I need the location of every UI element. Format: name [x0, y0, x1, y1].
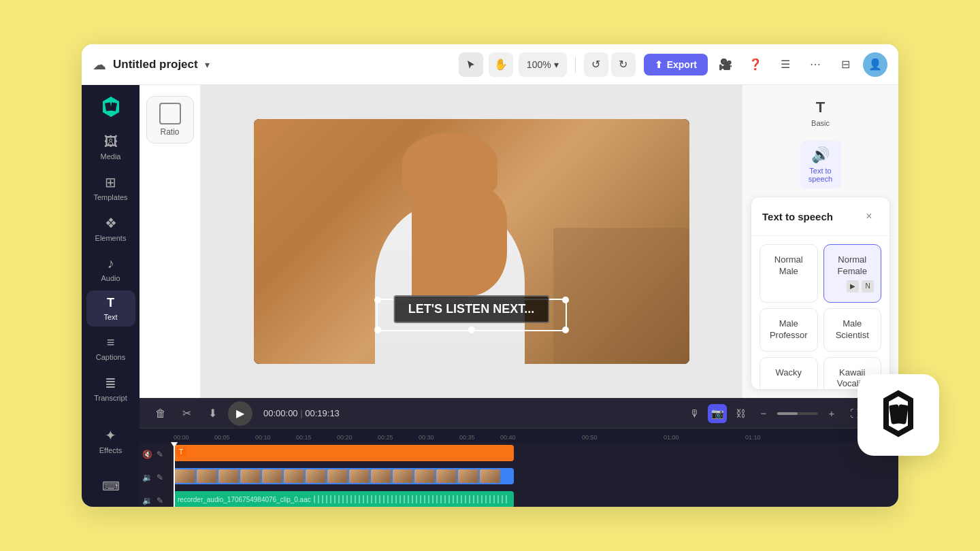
subtitle-track-badge: T [176, 448, 186, 456]
audio-track-label: recorder_audio_1706754984076_clip_0.aac [178, 496, 311, 503]
undo-redo-group: ↺ ↻ [584, 52, 636, 77]
total-time-value: 00:19:13 [305, 408, 340, 418]
text-label: Text [103, 313, 117, 321]
cloud-save-icon[interactable]: ☁ [93, 56, 106, 73]
effects-icon: ✦ [105, 427, 116, 444]
track-volume-btn[interactable]: 🔉 [142, 472, 152, 483]
playhead[interactable] [174, 444, 175, 507]
sidebar-item-captions[interactable]: ≡ Captions [86, 329, 135, 367]
selection-handle-bl[interactable] [374, 327, 381, 333]
timeline-controls: 🗑 ✂ ⬇ ▶ 00:00:00 | 00:19:13 🎙 📷 ⛓ − [140, 399, 898, 429]
timeline-camera-button[interactable]: 📷 [708, 404, 727, 423]
person-hair-right [412, 187, 507, 296]
project-dropdown-icon[interactable]: ▾ [205, 59, 210, 70]
voice-wacky-label: Wacky [767, 367, 811, 379]
redo-button[interactable]: ↻ [611, 52, 636, 77]
timeline-zoom-in-button[interactable]: + [822, 404, 841, 423]
zoom-level-button[interactable]: 100% ▾ [519, 52, 567, 77]
video-thumbnail-10 [371, 469, 391, 483]
pointer-tool-button[interactable] [459, 52, 483, 77]
video-preview-area: Ratio [140, 85, 898, 398]
sidebar-item-elements[interactable]: ❖ Elements [86, 210, 135, 248]
ruler-mark-9: 00:50 [582, 434, 598, 441]
timeline-mic-button[interactable]: 🎙 [685, 404, 704, 423]
screen-record-button[interactable]: 🎥 [713, 52, 738, 77]
video-thumbnail-3 [218, 469, 239, 483]
layers-button[interactable]: ☰ [773, 52, 798, 77]
track-lock-button[interactable]: ✎ [155, 449, 164, 460]
track-audio-volume-btn[interactable]: 🔉 [142, 495, 152, 506]
timeline-split-button[interactable]: ✂ [176, 403, 197, 424]
timeline-link-button[interactable]: ⛓ [731, 404, 750, 423]
tts-tool-label: Text to speech [803, 167, 838, 183]
elements-label: Elements [95, 234, 127, 242]
media-label: Media [101, 152, 121, 161]
voice-card-normal-male[interactable]: Normal Male [760, 244, 818, 303]
voice-card-wacky[interactable]: Wacky [760, 357, 818, 390]
tts-icon: 🔊 [811, 146, 830, 164]
video-subtitle: LET'S LISTEN NEXT... [393, 295, 549, 323]
timeline-zoom-slider[interactable] [777, 412, 818, 415]
video-thumbnail-14 [458, 469, 478, 483]
user-avatar[interactable]: 👤 [863, 52, 887, 77]
tts-close-button[interactable]: × [860, 207, 879, 226]
ruler-mark-4: 00:20 [337, 434, 353, 441]
track-row-subtitle: 🔇 ✎ T [140, 444, 898, 465]
basic-text-icon: T [816, 99, 825, 116]
timeline-play-button[interactable]: ▶ [228, 401, 252, 426]
sidebar-logo [97, 93, 125, 120]
sidebar-item-transcript[interactable]: ≣ Transcript [86, 369, 135, 407]
track-row-audio: 🔉 ✎ recorder_audio_1706754984076_clip_0.… [140, 490, 898, 507]
orange-subtitle-track[interactable]: T [174, 445, 514, 461]
templates-label: Templates [93, 193, 127, 201]
audio-icon: ♪ [108, 256, 114, 271]
layout-button[interactable]: ⊟ [833, 52, 858, 77]
sidebar-item-templates[interactable]: ⊞ Templates [86, 169, 135, 207]
zoom-slider-fill [777, 412, 798, 415]
timeline-delete-button[interactable]: 🗑 [150, 403, 171, 424]
ruler-mark-6: 00:30 [419, 434, 434, 441]
timeline-tracks-container: 00:00 00:05 00:10 00:15 00:20 00:25 00:3… [140, 429, 898, 507]
right-tool-tts[interactable]: 🔊 Text to speech [800, 141, 841, 188]
selection-handle-bm[interactable] [468, 327, 475, 333]
voice-card-male-scientist[interactable]: Male Scientist [823, 308, 882, 352]
track-mute-button[interactable]: 🔇 [142, 449, 152, 460]
sidebar: 🖼 Media ⊞ Templates ❖ Elements ♪ Audio T… [82, 85, 140, 507]
sidebar-item-audio[interactable]: ♪ Audio [86, 250, 135, 288]
track-content-subtitle: T [167, 445, 898, 464]
track-audio-edit-btn[interactable]: ✎ [155, 495, 164, 506]
current-time-value: 00:00:00 [263, 408, 298, 418]
ruler-mark-11: 01:10 [745, 434, 761, 441]
header-divider [575, 56, 576, 73]
captions-label: Captions [96, 353, 125, 361]
selection-handle-tr[interactable] [562, 297, 569, 303]
voice-card-male-professor[interactable]: Male Professor [760, 308, 818, 352]
video-track[interactable] [174, 468, 514, 484]
timeline-zoom-out-button[interactable]: − [754, 404, 773, 423]
app-container: ☁ Untitled project ▾ ✋ 100% ▾ ↺ ↻ ⬆ Expo… [82, 44, 898, 507]
ratio-button[interactable]: Ratio [146, 96, 194, 144]
media-icon: 🖼 [104, 134, 118, 150]
right-tool-basic[interactable]: T Basic [800, 93, 841, 133]
video-thumbnail-7 [306, 469, 326, 483]
sidebar-item-media[interactable]: 🖼 Media [86, 129, 135, 166]
track-edit-btn[interactable]: ✎ [155, 472, 164, 483]
bookshelf-bg [553, 228, 689, 364]
hand-tool-button[interactable]: ✋ [489, 52, 513, 77]
help-button[interactable]: ❓ [743, 52, 768, 77]
voice-card-normal-female[interactable]: Normal Female ▶ N [823, 244, 882, 303]
sidebar-keyboard-button[interactable]: ⌨ [99, 474, 123, 499]
more-button[interactable]: ⋯ [803, 52, 828, 77]
video-canvas[interactable]: LET'S LISTEN NEXT... [254, 119, 689, 364]
video-thumbnail-12 [414, 469, 435, 483]
export-button[interactable]: ⬆ Export [644, 54, 708, 76]
timeline-download-button[interactable]: ⬇ [202, 403, 223, 424]
sidebar-item-effects[interactable]: ✦ Effects [86, 422, 135, 460]
right-tools-group: T Basic 🔊 Text to speech [742, 85, 898, 188]
selection-handle-tl[interactable] [374, 297, 381, 303]
undo-button[interactable]: ↺ [584, 52, 608, 77]
timeline-ruler: 00:00 00:05 00:10 00:15 00:20 00:25 00:3… [140, 429, 898, 442]
selection-handle-br[interactable] [562, 327, 569, 333]
sidebar-item-text[interactable]: T Text [86, 290, 135, 327]
audio-track[interactable]: recorder_audio_1706754984076_clip_0.aac [174, 491, 514, 507]
